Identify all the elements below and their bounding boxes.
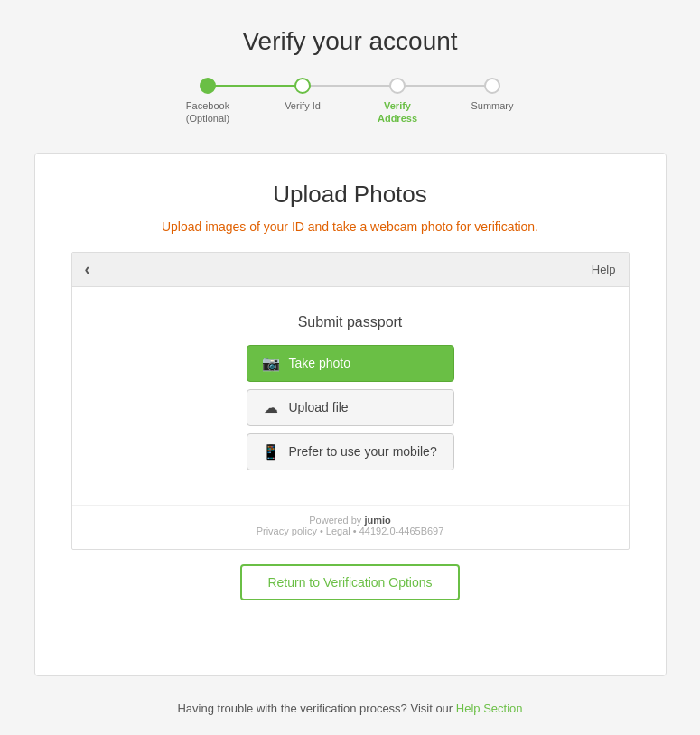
card-title: Upload Photos xyxy=(273,181,427,209)
connector-3 xyxy=(397,85,492,87)
step-label-facebook: Facebook(Optional) xyxy=(186,99,229,126)
upload-file-label: Upload file xyxy=(289,400,349,414)
inner-footer: Powered by jumio Privacy policy • Legal … xyxy=(72,505,629,549)
step-label-verify-id: Verify Id xyxy=(285,99,321,112)
stepper: Facebook(Optional) Verify Id VerifyAddre… xyxy=(161,78,540,126)
upload-file-button[interactable]: ☁ Upload file xyxy=(247,389,454,426)
mobile-label: Prefer to use your mobile? xyxy=(289,444,437,459)
return-to-verification-button[interactable]: Return to Verification Options xyxy=(240,564,459,600)
step-facebook: Facebook(Optional) xyxy=(161,78,256,126)
inner-panel: ‹ Help Submit passport 📷 Take photo ☁ Up… xyxy=(71,252,630,550)
bottom-help-text: Having trouble with the verification pro… xyxy=(177,702,522,715)
take-photo-button[interactable]: 📷 Take photo xyxy=(247,345,454,382)
step-circle-facebook xyxy=(200,78,216,94)
camera-icon: 📷 xyxy=(262,355,280,372)
footer-code: 44192.0-4465B697 xyxy=(359,526,444,536)
step-label-verify-address: VerifyAddress xyxy=(378,99,417,126)
help-section-link[interactable]: Help Section xyxy=(456,702,523,715)
step-circle-verify-address xyxy=(389,78,406,94)
help-link[interactable]: Help xyxy=(592,263,616,276)
take-photo-label: Take photo xyxy=(289,356,351,370)
connector-2 xyxy=(303,85,397,87)
powered-by-text: Powered by jumio xyxy=(87,515,614,526)
step-circle-verify-id xyxy=(294,78,311,94)
back-arrow-button[interactable]: ‹ xyxy=(85,260,90,279)
inner-panel-body: Submit passport 📷 Take photo ☁ Upload fi… xyxy=(72,287,629,505)
card-content: Upload Photos Upload images of your ID a… xyxy=(35,154,666,675)
step-summary: Summary xyxy=(445,78,540,112)
page-title: Verify your account xyxy=(242,27,457,56)
mobile-button[interactable]: 📱 Prefer to use your mobile? xyxy=(247,433,454,470)
connector-1 xyxy=(208,85,303,87)
inner-panel-header: ‹ Help xyxy=(72,253,629,287)
jumio-brand: jumio xyxy=(364,515,390,526)
card-subtitle: Upload images of your ID and take a webc… xyxy=(162,219,538,234)
upload-icon: ☁ xyxy=(262,399,280,416)
step-label-summary: Summary xyxy=(471,99,513,112)
step-circle-summary xyxy=(484,78,500,94)
main-card: Upload Photos Upload images of your ID a… xyxy=(34,153,667,676)
mobile-icon: 📱 xyxy=(262,443,280,461)
submit-title: Submit passport xyxy=(298,314,403,330)
step-verify-id: Verify Id xyxy=(256,78,350,112)
footer-links: Privacy policy • Legal • 44192.0-4465B69… xyxy=(87,526,614,536)
